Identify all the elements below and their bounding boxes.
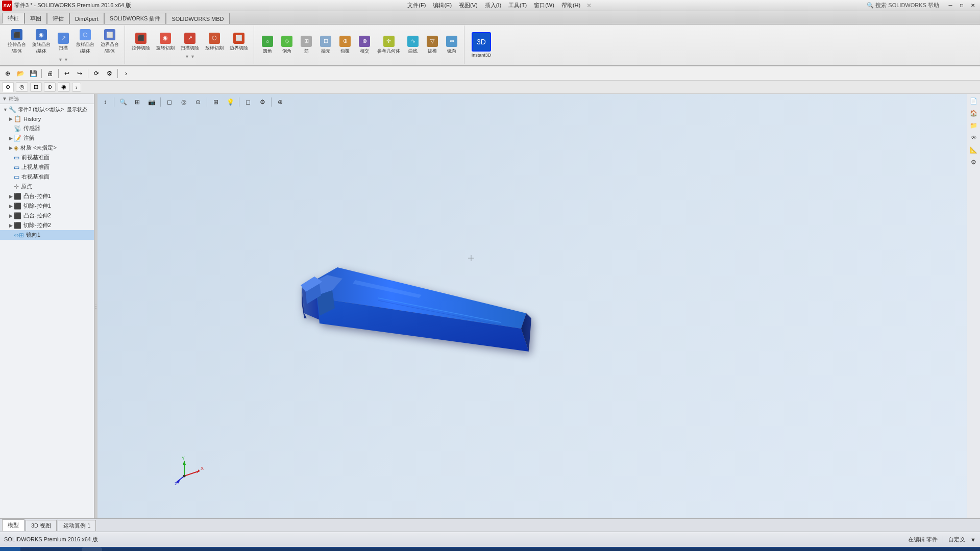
viewport[interactable]: ↕ 🔍 ⊞ 📷 ◻ ◎ ⊙ ⊞ 💡 ◻ ⚙ ⊕ (97, 94, 967, 518)
wrap-button[interactable]: ⊕ 包覆 (336, 34, 354, 56)
new-button[interactable]: ⊕ (2, 68, 13, 79)
minimize-button[interactable]: ─ (945, 2, 955, 10)
instant3d-button[interactable]: 3D Instant3D (469, 31, 494, 59)
solidworks-resources-button[interactable]: 📄 (969, 96, 979, 106)
panel-tab-property-manager[interactable]: ◎ (16, 82, 28, 92)
sweep-cut-button[interactable]: ↗ 扫描切除 (178, 31, 202, 53)
rebuild-button[interactable]: ⟳ (91, 68, 102, 79)
taskbar-icon-ie[interactable]: 🌐 (20, 547, 41, 552)
start-button[interactable]: ⊞ (0, 547, 20, 552)
tree-item-mirror1[interactable]: ▶ ⇔⊞ 镜向1 (0, 230, 94, 240)
menu-window[interactable]: 窗口(W) (531, 1, 557, 10)
tree-item-boss-extrude2[interactable]: ▶ ⬛ 凸台-拉伸2 (0, 211, 94, 220)
tree-item-top-plane[interactable]: ▶ ▭ 上视基准面 (0, 162, 94, 172)
print-button[interactable]: 🖨 (44, 68, 56, 79)
taskbar-icon-recording[interactable]: ● (102, 547, 122, 552)
appearance-button[interactable]: 👁 (969, 133, 979, 143)
tab-features[interactable]: 特征 (2, 13, 24, 24)
undo-button[interactable]: ↩ (61, 68, 72, 79)
tree-item-boss-extrude1[interactable]: ▶ ⬛ 凸台-拉伸1 (0, 191, 94, 201)
custom-properties-button[interactable]: 📐 (969, 145, 979, 155)
tree-item-cut-extrude1[interactable]: ▶ ⬛ 切除-拉伸1 (0, 201, 94, 211)
section-view-button[interactable]: ⊞ (132, 96, 143, 108)
panel-tab-dim-expert[interactable]: ⊕ (44, 82, 56, 92)
tab-sw-plugins[interactable]: SOLIDWORKS 插件 (104, 13, 166, 24)
intersect-icon: ⊗ (359, 36, 370, 47)
menu-tools[interactable]: 工具(T) (505, 1, 530, 10)
boss-extrude-button[interactable]: ⬛ 拉伸凸台/基体 (5, 28, 29, 56)
search-box[interactable]: 🔍 搜索 SOLIDWORKS 帮助 (867, 2, 939, 9)
loft-boss-button[interactable]: ⬡ 放样凸台/基体 (74, 28, 97, 56)
menu-edit[interactable]: 编辑(E) (430, 1, 455, 10)
view-settings-button[interactable]: ⚙ (257, 96, 268, 108)
fillet-button[interactable]: ○ 圆角 (258, 34, 277, 56)
save-button[interactable]: 💾 (28, 68, 39, 79)
more-tools[interactable]: › (120, 68, 132, 79)
boundary-cut-button[interactable]: ⬜ 边界切除 (227, 31, 251, 53)
tree-root-part[interactable]: ▼ 🔧 零件3 (默认<<默认>_显示状态 (0, 105, 94, 114)
tree-item-annotations[interactable]: ▶ 📝 注解 (0, 133, 94, 143)
boundary-boss-button[interactable]: ⬜ 边界凸台/基体 (98, 28, 121, 56)
tab-motion-study[interactable]: 运动算例 1 (58, 520, 96, 531)
view-orient-button[interactable]: ↕ (100, 96, 111, 108)
svg-text:X: X (201, 466, 204, 471)
tab-3d-view[interactable]: 3D 视图 (26, 520, 57, 531)
tab-dimxpert[interactable]: DimXpert (69, 13, 104, 24)
camera-button[interactable]: 📷 (146, 96, 157, 108)
revolve-boss-button[interactable]: ◉ 旋转凸台/基体 (30, 28, 53, 56)
taskbar-icon-solidworks[interactable]: SW (82, 547, 102, 552)
panel-tab-config-manager[interactable]: ⊞ (30, 82, 42, 92)
maximize-button[interactable]: □ (957, 2, 967, 10)
rib-button[interactable]: ⊞ 筋 (297, 34, 315, 56)
tab-evaluate[interactable]: 评估 (47, 13, 69, 24)
loft-cut-button[interactable]: ⬡ 放样切割 (203, 31, 226, 53)
tree-item-material[interactable]: ▶ ◈ 材质 <未指定> (0, 143, 94, 153)
mirror-button[interactable]: ⇔ 镜向 (443, 34, 461, 56)
tree-item-cut-extrude2[interactable]: ▶ ⬛ 切除-拉伸2 (0, 220, 94, 230)
file-explorer-button[interactable]: 📁 (969, 120, 979, 131)
reference-button[interactable]: ✛ 参考几何体 (375, 34, 403, 56)
open-button[interactable]: 📂 (15, 68, 26, 79)
extrude-cut-button[interactable]: ⬛ 拉伸切除 (129, 31, 153, 53)
tab-sw-mbd[interactable]: SOLIDWORKS MBD (166, 13, 229, 24)
reference-icon: ✛ (383, 36, 395, 47)
display-mode-button[interactable]: ⊕ (275, 96, 286, 108)
curves-button[interactable]: ∿ 曲线 (404, 34, 422, 56)
revolve-cut-button[interactable]: ◉ 旋转切割 (154, 31, 177, 53)
taskbar-icon-chrome[interactable]: 🔵 (61, 547, 82, 552)
tree-item-origin[interactable]: ▶ ✛ 原点 (0, 182, 94, 191)
taskbar-icon-explorer[interactable]: 📁 (41, 547, 61, 552)
close-button[interactable]: ✕ (968, 2, 978, 10)
scene-button[interactable]: ⊞ (210, 96, 222, 108)
hide-show-button[interactable]: ◎ (178, 96, 189, 108)
tree-item-front-plane[interactable]: ▶ ▭ 前视基准面 (0, 153, 94, 162)
intersect-button[interactable]: ⊗ 相交 (355, 34, 374, 56)
coordinate-axes: X Y Z (174, 456, 205, 488)
edit-appearance-button[interactable]: ⊙ (192, 96, 204, 108)
lights-button[interactable]: 💡 (225, 96, 236, 108)
menu-file[interactable]: 文件(F) (404, 1, 429, 10)
tree-item-history[interactable]: ▶ 📋 History (0, 114, 94, 123)
document-recovery-button[interactable]: ⚙ (969, 157, 979, 167)
menu-insert[interactable]: 插入(I) (482, 1, 504, 10)
display-style-button[interactable]: ◻ (164, 96, 175, 108)
design-library-button[interactable]: 🏠 (969, 108, 979, 118)
panel-tab-more[interactable]: › (72, 83, 81, 92)
panel-tab-display[interactable]: ◉ (58, 82, 70, 92)
tab-sketch[interactable]: 草图 (24, 13, 47, 24)
menu-view[interactable]: 视图(V) (456, 1, 481, 10)
tree-item-right-plane[interactable]: ▶ ▭ 右视基准面 (0, 172, 94, 182)
apply-scene-button[interactable]: ◻ (242, 96, 254, 108)
sweep-button[interactable]: ↗ 扫描 (54, 31, 72, 53)
redo-button[interactable]: ↪ (74, 68, 85, 79)
zoom-button[interactable]: 🔍 (117, 96, 129, 108)
chamfer-button[interactable]: ◇ 倒角 (278, 34, 296, 56)
shell-button[interactable]: ⊡ 抽壳 (316, 34, 335, 56)
draft-button[interactable]: ▽ 拔模 (423, 34, 442, 56)
tree-item-sensors[interactable]: ▶ 📡 传感器 (0, 123, 94, 133)
options-button[interactable]: ⚙ (104, 68, 115, 79)
tab-model[interactable]: 模型 (2, 519, 24, 531)
panel-tab-feature-manager[interactable]: ⊕ (2, 82, 14, 92)
dropdown-arrow[interactable]: ▼ (970, 537, 976, 543)
menu-help[interactable]: 帮助(H) (558, 1, 583, 10)
